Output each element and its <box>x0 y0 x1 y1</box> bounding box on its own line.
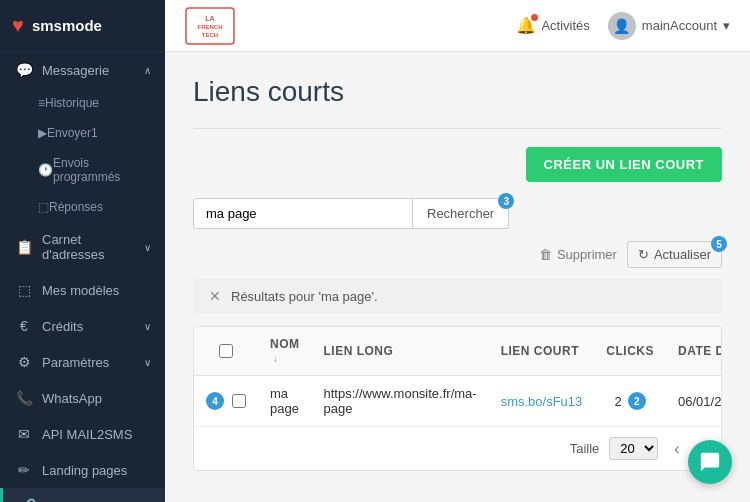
th-lien-long-label: LIEN LONG <box>324 344 394 358</box>
sidebar-item-label: Historique <box>45 96 99 110</box>
sidebar-item-envois-programmes[interactable]: 🕐 Envois programmés <box>0 148 165 192</box>
header-logo: LA FRENCH TECH <box>185 7 235 45</box>
whatsapp-icon: 📞 <box>14 390 34 406</box>
messagerie-icon: 💬 <box>14 62 34 78</box>
sidebar-item-landing-pages[interactable]: ✏ Landing pages <box>0 452 165 488</box>
sidebar-item-liens-courts[interactable]: 🔗 Liens courts <box>0 488 165 502</box>
credits-icon: € <box>14 318 34 334</box>
notification-icon: 🔔 <box>516 16 536 35</box>
search-bar: Rechercher 3 <box>193 198 722 229</box>
prev-page-button[interactable]: ‹ <box>668 438 685 460</box>
th-nom[interactable]: NOM ↓ <box>258 327 312 376</box>
close-icon[interactable]: ✕ <box>209 288 221 304</box>
user-menu[interactable]: 👤 mainAccount ▾ <box>608 12 730 40</box>
clicks-value: 2 <box>615 394 622 409</box>
sidebar-item-label: Landing pages <box>42 463 151 478</box>
svg-text:TECH: TECH <box>202 32 218 38</box>
reponses-icon: ⬚ <box>38 200 49 214</box>
select-all-checkbox[interactable] <box>219 344 233 358</box>
header-actions: 🔔 Activités 👤 mainAccount ▾ <box>516 12 730 40</box>
row-checkbox[interactable] <box>232 394 246 408</box>
sidebar-item-historique[interactable]: ≡ Historique <box>0 88 165 118</box>
toolbar: CRÉER UN LIEN COURT <box>193 147 722 182</box>
table-header-row: NOM ↓ LIEN LONG LIEN COURT CLICKS <box>194 327 722 376</box>
chevron-icon: ∨ <box>144 321 151 332</box>
refresh-badge: 5 <box>711 236 727 252</box>
sidebar-item-credits[interactable]: € Crédits ∨ <box>0 308 165 344</box>
modeles-icon: ⬚ <box>14 282 34 298</box>
th-checkbox <box>194 327 258 376</box>
page-divider <box>193 128 722 129</box>
sidebar-item-label: Envois programmés <box>53 156 151 184</box>
chat-icon <box>699 451 721 473</box>
td-clicks: 2 2 <box>594 376 666 427</box>
french-tech-svg: LA FRENCH TECH <box>185 7 235 45</box>
action-bar: 🗑 Supprimer ↻ Actualiser 5 <box>193 241 722 268</box>
sidebar-item-label: Liens courts <box>45 499 151 503</box>
row-number: 4 <box>206 392 224 410</box>
sidebar-item-api-mail2sms[interactable]: ✉ API MAIL2SMS <box>0 416 165 452</box>
td-checkbox: 4 <box>194 376 258 427</box>
user-name: mainAccount <box>642 18 717 33</box>
sidebar-item-label: Réponses <box>49 200 103 214</box>
chat-bubble-button[interactable] <box>688 440 732 484</box>
th-lien-court: LIEN COURT <box>489 327 595 376</box>
carnet-icon: 📋 <box>14 239 34 255</box>
delete-button[interactable]: 🗑 Supprimer <box>539 247 617 262</box>
page-title: Liens courts <box>193 76 722 108</box>
sidebar-item-label: Paramètres <box>42 355 144 370</box>
row-lien-long: https://www.monsite.fr/ma-page <box>324 386 477 416</box>
page-content: Liens courts CRÉER UN LIEN COURT Recherc… <box>165 52 750 502</box>
create-link-button[interactable]: CRÉER UN LIEN COURT <box>526 147 722 182</box>
french-tech-logo: LA FRENCH TECH <box>185 7 235 45</box>
sidebar-item-whatsapp[interactable]: 📞 WhatsApp <box>0 380 165 416</box>
row-date: 06/01/2… <box>678 394 722 409</box>
notification-dot <box>531 14 538 21</box>
th-clicks-label: CLICKS <box>606 344 654 358</box>
header: LA FRENCH TECH 🔔 Activités 👤 mainAccount… <box>165 0 750 52</box>
clicks-badge: 2 <box>628 392 646 410</box>
svg-text:LA: LA <box>205 15 214 22</box>
page-size-select[interactable]: 20 <box>609 437 658 460</box>
sidebar-item-reponses[interactable]: ⬚ Réponses <box>0 192 165 222</box>
sidebar-item-label: Envoyer <box>47 126 91 140</box>
sidebar-item-label: Mes modèles <box>42 283 151 298</box>
sidebar-logo: ♥ smsmode <box>0 0 165 52</box>
th-lien-long: LIEN LONG <box>312 327 489 376</box>
sort-icon: ↓ <box>273 353 279 364</box>
sidebar: ♥ smsmode 💬 Messagerie ∧ ≡ Historique ▶ … <box>0 0 165 502</box>
sidebar-item-messagerie[interactable]: 💬 Messagerie ∧ <box>0 52 165 88</box>
trash-icon: 🗑 <box>539 247 552 262</box>
parametres-icon: ⚙ <box>14 354 34 370</box>
svg-text:FRENCH: FRENCH <box>198 24 223 30</box>
sidebar-item-label: Crédits <box>42 319 144 334</box>
refresh-button[interactable]: ↻ Actualiser 5 <box>627 241 722 268</box>
activity-button[interactable]: 🔔 Activités <box>516 16 589 35</box>
sidebar-item-parametres[interactable]: ⚙ Paramètres ∨ <box>0 344 165 380</box>
td-lien-court: sms.bo/sFu13 <box>489 376 595 427</box>
td-lien-long: https://www.monsite.fr/ma-page <box>312 376 489 427</box>
search-button[interactable]: Rechercher 3 <box>413 198 509 229</box>
landing-icon: ✏ <box>14 462 34 478</box>
pagination: Taille 20 ‹ › <box>194 427 721 470</box>
sidebar-item-envoyer[interactable]: ▶ Envoyer 1 <box>0 118 165 148</box>
sidebar-item-label: API MAIL2SMS <box>42 427 151 442</box>
row-lien-court[interactable]: sms.bo/sFu13 <box>501 394 583 409</box>
search-input[interactable] <box>193 198 413 229</box>
api-icon: ✉ <box>14 426 34 442</box>
sidebar-item-carnet-adresses[interactable]: 📋 Carnet d'adresses ∨ <box>0 222 165 272</box>
smsmode-icon: ♥ <box>12 14 24 37</box>
table-row: 4 ma page https://www.monsite.fr/ma-page… <box>194 376 722 427</box>
refresh-label: Actualiser <box>654 247 711 262</box>
th-date: DATE DE <box>666 327 722 376</box>
sidebar-item-label: WhatsApp <box>42 391 151 406</box>
sidebar-item-mes-modeles[interactable]: ⬚ Mes modèles <box>0 272 165 308</box>
th-nom-label: NOM <box>270 337 300 351</box>
app-name: smsmode <box>32 17 102 34</box>
chevron-icon: ∨ <box>144 357 151 368</box>
th-lien-court-label: LIEN COURT <box>501 344 579 358</box>
sidebar-item-label: Carnet d'adresses <box>42 232 144 262</box>
links-table: NOM ↓ LIEN LONG LIEN COURT CLICKS <box>194 327 722 427</box>
user-avatar: 👤 <box>608 12 636 40</box>
result-text: Résultats pour 'ma page'. <box>231 289 378 304</box>
